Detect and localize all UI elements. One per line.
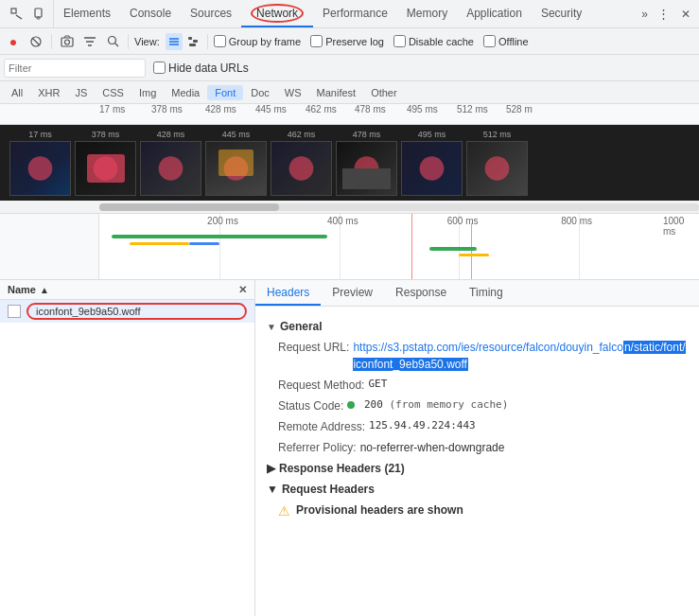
filter-input-container xyxy=(4,59,146,78)
network-toolbar: ● View: Group by frame Preserve log Di xyxy=(0,28,699,55)
tab-security[interactable]: Security xyxy=(532,0,591,27)
type-btn-font[interactable]: Font xyxy=(207,85,243,100)
toolbar-divider-1 xyxy=(51,34,52,49)
camera-icon[interactable] xyxy=(58,32,77,51)
request-method-row: Request Method: GET xyxy=(267,375,688,396)
warning-icon: ⚠ xyxy=(278,503,290,519)
disable-cache-checkbox[interactable]: Disable cache xyxy=(393,35,474,47)
screenshot-0[interactable]: 17 ms xyxy=(9,130,71,196)
filter-input[interactable] xyxy=(9,62,141,74)
more-tabs-button[interactable]: » xyxy=(636,8,654,21)
tab-elements[interactable]: Elements xyxy=(54,0,120,27)
filter-icon[interactable] xyxy=(80,32,99,51)
screenshot-3[interactable]: 445 ms xyxy=(205,130,267,196)
wf-tick-1000: 1000 ms xyxy=(663,216,699,237)
main-content: Name ▲ ✕ iconfont_9eb9a50.woff Headers P… xyxy=(0,280,699,616)
screenshot-2[interactable]: 428 ms xyxy=(140,130,201,196)
screenshot-6[interactable]: 495 ms xyxy=(401,130,463,196)
svg-line-8 xyxy=(114,44,118,47)
svg-rect-14 xyxy=(189,44,196,46)
toolbar-divider-3 xyxy=(207,34,208,49)
clear-button[interactable] xyxy=(26,32,45,51)
svg-point-6 xyxy=(65,40,70,44)
request-url-label: Request URL: xyxy=(278,339,349,373)
details-tabs: Headers Preview Response Timing xyxy=(255,280,699,307)
toolbar-checkboxes: Group by frame Preserve log Disable cach… xyxy=(214,35,529,47)
wf-tick-400: 400 ms xyxy=(327,216,358,226)
svg-rect-12 xyxy=(188,37,192,40)
type-btn-xhr[interactable]: XHR xyxy=(30,85,67,100)
request-url-row: Request URL: https://s3.pstatp.com/ies/r… xyxy=(267,337,688,375)
tick-478ms: 478 ms xyxy=(355,104,386,114)
type-btn-js[interactable]: JS xyxy=(67,85,95,100)
type-btn-manifest[interactable]: Manifest xyxy=(309,85,364,100)
type-btn-img[interactable]: Img xyxy=(131,85,164,100)
sort-arrow-icon: ▲ xyxy=(40,285,49,295)
record-button[interactable]: ● xyxy=(4,32,23,51)
tab-console[interactable]: Console xyxy=(120,0,181,27)
devtools-icons xyxy=(4,0,54,27)
tab-bar: Elements Console Sources Network Perform… xyxy=(0,0,699,28)
device-icon[interactable] xyxy=(30,5,49,24)
type-btn-other[interactable]: Other xyxy=(363,85,405,100)
search-icon[interactable] xyxy=(103,32,122,51)
svg-line-4 xyxy=(32,38,40,45)
settings-icon[interactable]: ⋮ xyxy=(654,5,673,24)
svg-rect-13 xyxy=(193,40,198,43)
group-by-frame-checkbox[interactable]: Group by frame xyxy=(214,35,301,47)
tab-application[interactable]: Application xyxy=(457,0,532,27)
inspect-icon[interactable] xyxy=(8,5,26,24)
response-headers-title[interactable]: ▶ Response Headers (21) xyxy=(267,458,688,479)
tab-performance[interactable]: Performance xyxy=(313,0,397,27)
offline-checkbox[interactable]: Offline xyxy=(483,35,529,47)
details-tab-headers[interactable]: Headers xyxy=(255,280,321,306)
request-url-value: https://s3.pstatp.com/ies/resource/falco… xyxy=(353,339,688,373)
tick-445ms: 445 ms xyxy=(255,104,287,114)
close-filter-button[interactable]: ✕ xyxy=(238,284,247,296)
request-headers-title[interactable]: ▼ Request Headers xyxy=(267,479,688,500)
screenshot-7[interactable]: 512 ms xyxy=(466,130,528,196)
screenshot-4[interactable]: 462 ms xyxy=(271,130,332,196)
details-tab-response[interactable]: Response xyxy=(384,280,458,306)
tick-378ms: 378 ms xyxy=(151,104,183,114)
type-btn-css[interactable]: CSS xyxy=(95,85,131,100)
details-content: ▼ General Request URL: https://s3.pstatp… xyxy=(255,307,699,530)
tick-17ms: 17 ms xyxy=(99,104,125,114)
referrer-policy-label: Referrer Policy: xyxy=(278,439,357,456)
details-tab-timing[interactable]: Timing xyxy=(458,280,515,306)
preserve-log-checkbox[interactable]: Preserve log xyxy=(310,35,384,47)
screenshot-5[interactable]: 478 ms xyxy=(336,130,397,196)
wf-tick-200: 200 ms xyxy=(207,216,238,226)
screenshot-1[interactable]: 378 ms xyxy=(75,130,136,196)
view-toggle xyxy=(166,33,201,50)
wf-tick-600: 600 ms xyxy=(447,216,479,226)
tick-495ms: 495 ms xyxy=(407,104,438,114)
type-btn-doc[interactable]: Doc xyxy=(243,85,277,100)
tab-memory[interactable]: Memory xyxy=(397,0,457,27)
hide-data-urls-checkbox[interactable]: Hide data URLs xyxy=(153,62,249,75)
request-method-value: GET xyxy=(368,377,387,394)
tab-network[interactable]: Network xyxy=(241,0,313,27)
remote-address-row: Remote Address: 125.94.49.224:443 xyxy=(267,416,688,437)
details-tab-preview[interactable]: Preview xyxy=(321,280,384,306)
timeline-ticks: 17 ms 378 ms 428 ms 445 ms 462 ms 478 ms… xyxy=(99,104,699,125)
response-headers-collapse-icon: ▶ xyxy=(267,462,275,475)
svg-rect-5 xyxy=(61,38,73,46)
waterfall-view-button[interactable] xyxy=(184,33,201,50)
general-section-title[interactable]: ▼ General xyxy=(267,320,688,333)
type-btn-all[interactable]: All xyxy=(4,85,30,100)
screenshots-bar: 17 ms 378 ms 428 ms 445 ms 462 ms 478 ms… xyxy=(0,125,699,201)
type-btn-ws[interactable]: WS xyxy=(277,85,309,100)
close-devtools-button[interactable]: ✕ xyxy=(676,5,695,24)
wf-bar-1 xyxy=(112,235,327,238)
svg-point-7 xyxy=(108,37,115,44)
tab-sources[interactable]: Sources xyxy=(181,0,241,27)
list-view-button[interactable] xyxy=(166,33,183,50)
type-btn-media[interactable]: Media xyxy=(164,85,207,100)
wf-marker-red xyxy=(411,214,412,279)
tick-428ms: 428 ms xyxy=(205,104,236,114)
file-item-iconfont[interactable]: iconfont_9eb9a50.woff xyxy=(0,300,254,323)
request-method-label: Request Method: xyxy=(278,377,364,394)
svg-rect-0 xyxy=(11,9,16,13)
timeline-scrollbar[interactable] xyxy=(0,201,699,214)
